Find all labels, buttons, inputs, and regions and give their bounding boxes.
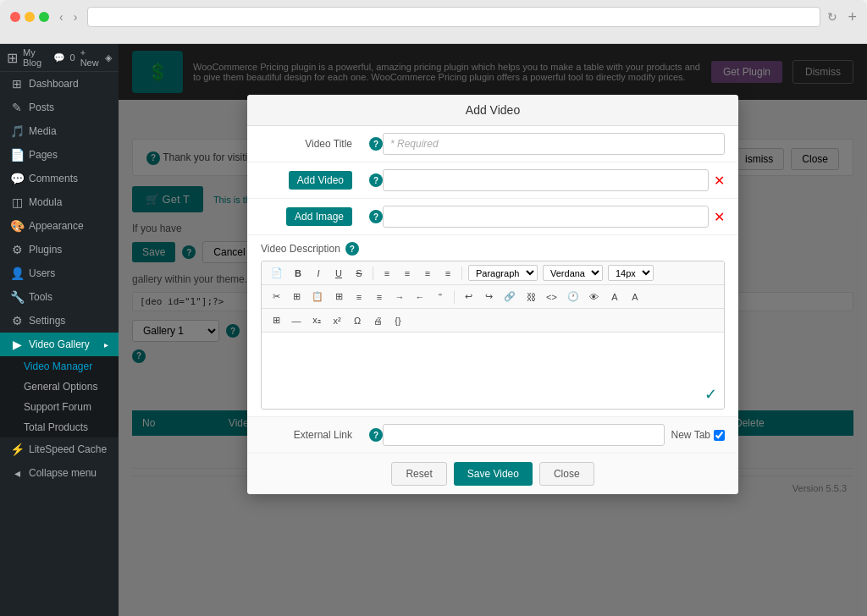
toolbar-subscript-button[interactable]: x₂ <box>307 312 326 328</box>
toolbar-copy-button[interactable]: ⊞ <box>287 289 306 305</box>
video-desc-help-icon[interactable]: ? <box>345 242 359 256</box>
toolbar-clock-button[interactable]: 🕐 <box>563 289 583 305</box>
close-modal-button[interactable]: Close <box>539 462 594 486</box>
pages-icon: 📄 <box>10 148 24 162</box>
sidebar-item-collapse[interactable]: ◂ Collapse menu <box>0 461 119 485</box>
toolbar-unlink-button[interactable]: ⛓ <box>522 289 540 305</box>
sidebar-item-pages-label: Pages <box>29 149 58 161</box>
reload-button[interactable]: ↻ <box>827 10 837 24</box>
comments-menu-icon: 💬 <box>10 172 24 185</box>
modal-body: Video Title ? Add Video ? ✕ <box>247 126 738 453</box>
new-content-button[interactable]: + New <box>80 47 100 68</box>
sidebar-item-media[interactable]: 🎵 Media <box>0 119 119 143</box>
toolbar-paragraph-select[interactable]: Paragraph <box>468 265 538 281</box>
add-video-help-icon[interactable]: ? <box>369 173 383 187</box>
toolbar-undo-button[interactable]: ↩ <box>459 289 478 305</box>
toolbar-paste-button[interactable]: 📋 <box>307 289 328 305</box>
sidebar-item-comments[interactable]: 💬 Comments <box>0 167 119 190</box>
new-tab-button[interactable]: + <box>848 8 857 26</box>
sidebar-subitem-total-products[interactable]: Total Products <box>0 417 119 437</box>
sidebar-item-tools-label: Tools <box>29 291 52 303</box>
external-link-help-icon[interactable]: ? <box>369 428 383 442</box>
sidebar-subitem-general-options[interactable]: General Options <box>0 377 119 397</box>
save-video-button[interactable]: Save Video <box>454 462 533 486</box>
sidebar-subitem-support-forum[interactable]: Support Forum <box>0 397 119 417</box>
reset-button[interactable]: Reset <box>391 462 446 486</box>
add-image-input[interactable] <box>383 206 709 228</box>
add-image-form-button[interactable]: Add Image <box>286 207 352 226</box>
editor-content-area[interactable]: ✓ <box>262 333 724 409</box>
sidebar-item-plugins[interactable]: ⚙ Plugins <box>0 238 119 261</box>
toolbar-bg-color-button[interactable]: A <box>626 289 644 305</box>
sidebar-item-users[interactable]: 👤 Users <box>0 261 119 285</box>
sidebar-item-appearance[interactable]: 🎨 Appearance <box>0 214 119 238</box>
video-title-help-icon[interactable]: ? <box>369 137 383 151</box>
toolbar-new-doc-button[interactable]: 📄 <box>267 265 287 281</box>
toolbar-ol-button[interactable]: ≡ <box>370 289 389 305</box>
toolbar-indent-button[interactable]: → <box>390 289 409 305</box>
url-bar[interactable] <box>87 7 820 27</box>
toolbar-table2-button[interactable]: ⊞ <box>267 312 285 328</box>
wp-logo-icon[interactable]: ⊞ <box>7 50 18 66</box>
appearance-icon: 🎨 <box>10 219 24 233</box>
sidebar-item-tools[interactable]: 🔧 Tools <box>0 285 119 309</box>
sidebar-item-settings[interactable]: ⚙ Settings <box>0 309 119 333</box>
back-button[interactable]: ‹ <box>56 10 67 24</box>
toolbar-font-select[interactable]: Verdana <box>543 265 603 281</box>
toolbar-bold-button[interactable]: B <box>289 265 307 281</box>
toolbar-underline-button[interactable]: U <box>329 265 348 281</box>
toolbar-table-button[interactable]: ⊞ <box>329 289 348 305</box>
forward-button[interactable]: › <box>70 10 81 24</box>
toolbar-italic-button[interactable]: I <box>309 265 328 281</box>
plugins-icon[interactable]: ◈ <box>105 52 112 63</box>
toolbar-ul-button[interactable]: ≡ <box>350 289 368 305</box>
toolbar-link-button[interactable]: 🔗 <box>500 289 520 305</box>
toolbar-superscript-button[interactable]: x² <box>328 312 346 328</box>
toolbar-align-right-button[interactable]: ≡ <box>418 265 437 281</box>
close-dot[interactable] <box>10 12 20 22</box>
add-image-help-icon[interactable]: ? <box>369 210 383 223</box>
toolbar-strikethrough-button[interactable]: S <box>350 265 368 281</box>
toolbar-redo-button[interactable]: ↪ <box>479 289 498 305</box>
external-link-input[interactable] <box>383 424 665 446</box>
video-title-input[interactable] <box>383 133 725 155</box>
chevron-right-icon: ▸ <box>104 340 108 349</box>
new-tab-checkbox[interactable] <box>714 430 725 441</box>
sidebar-item-users-label: Users <box>29 267 55 279</box>
plugins-menu-icon: ⚙ <box>10 243 24 256</box>
toolbar-omega-button[interactable]: Ω <box>348 312 367 328</box>
toolbar-font-color-button[interactable]: A <box>605 289 624 305</box>
toolbar-align-center-button[interactable]: ≡ <box>398 265 417 281</box>
comments-icon[interactable]: 💬 <box>53 52 65 63</box>
sidebar-subitem-video-manager[interactable]: Video Manager <box>0 356 119 377</box>
toolbar-size-select[interactable]: 14px <box>608 265 654 281</box>
toolbar-blockquote-button[interactable]: " <box>431 289 450 305</box>
sidebar-item-settings-label: Settings <box>29 315 65 327</box>
sidebar-item-video-gallery-label: Video Gallery <box>29 338 90 350</box>
toolbar-source-button[interactable]: {} <box>389 312 407 328</box>
add-video-error-icon[interactable]: ✕ <box>714 173 725 189</box>
toolbar-separator-2 <box>461 267 462 280</box>
sidebar-item-posts-label: Posts <box>29 102 54 113</box>
sidebar-item-video-gallery[interactable]: ▶ Video Gallery ▸ <box>0 333 119 356</box>
admin-bar: ⊞ My Blog 💬 0 + New ◈ <box>0 44 119 72</box>
add-video-form-button[interactable]: Add Video <box>289 171 352 190</box>
sidebar-item-posts[interactable]: ✎ Posts <box>0 96 119 119</box>
toolbar-cut-button[interactable]: ✂ <box>267 289 285 305</box>
sidebar-item-litespeed[interactable]: ⚡ LiteSpeed Cache <box>0 437 119 461</box>
add-image-error-icon[interactable]: ✕ <box>714 209 725 225</box>
sidebar-item-modula[interactable]: ◫ Modula <box>0 190 119 214</box>
add-video-input[interactable] <box>383 169 709 191</box>
toolbar-print-button[interactable]: 🖨 <box>368 312 387 328</box>
toolbar-outdent-button[interactable]: ← <box>411 289 429 305</box>
minimize-dot[interactable] <box>25 12 35 22</box>
site-name[interactable]: My Blog <box>23 47 48 68</box>
maximize-dot[interactable] <box>39 12 49 22</box>
toolbar-code-button[interactable]: <> <box>542 289 561 305</box>
toolbar-align-justify-button[interactable]: ≡ <box>439 265 457 281</box>
toolbar-hr-button[interactable]: — <box>287 312 306 328</box>
sidebar-item-dashboard[interactable]: ⊞ Dashboard <box>0 72 119 96</box>
toolbar-eye-button[interactable]: 👁 <box>585 289 604 305</box>
sidebar-item-pages[interactable]: 📄 Pages <box>0 143 119 167</box>
toolbar-align-left-button[interactable]: ≡ <box>378 265 396 281</box>
